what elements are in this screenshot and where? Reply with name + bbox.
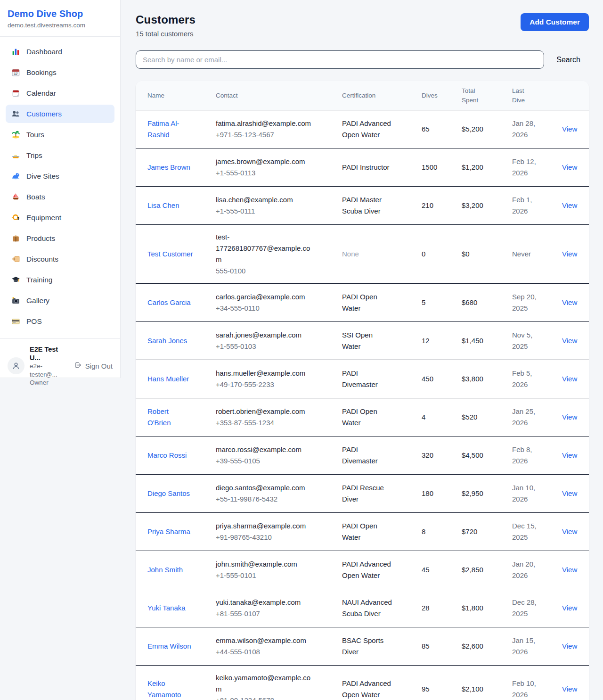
total-spent-cell: $2,100 — [450, 684, 500, 695]
customer-name-link[interactable]: James Brown — [147, 162, 190, 173]
dives-cell: 28 — [410, 602, 450, 614]
customer-name-link[interactable]: Marco Rossi — [147, 450, 187, 461]
customer-phone: +81-555-0107 — [216, 608, 322, 619]
sidebar-item-dive-sites[interactable]: Dive Sites — [6, 167, 114, 185]
search-button[interactable]: Search — [556, 56, 580, 64]
table-row: Sarah Jones sarah.jones@example.com +1-5… — [136, 322, 589, 360]
sign-out-icon — [74, 361, 82, 371]
sidebar-item-customers[interactable]: Customers — [6, 105, 114, 123]
island-icon — [11, 130, 20, 139]
view-link[interactable]: View — [562, 413, 577, 421]
search-input[interactable] — [136, 50, 544, 69]
view-link[interactable]: View — [562, 685, 577, 693]
customer-name-link[interactable]: Diego Santos — [147, 488, 190, 499]
table-row: Hans Mueller hans.mueller@example.com +4… — [136, 360, 589, 398]
view-link[interactable]: View — [562, 489, 577, 497]
column-header-total-spent: Total Spent — [450, 86, 500, 105]
view-link[interactable]: View — [562, 527, 577, 535]
view-link[interactable]: View — [562, 604, 577, 612]
svg-text:17: 17 — [14, 72, 17, 76]
view-link[interactable]: View — [562, 451, 577, 459]
name-cell: Emma Wilson — [136, 641, 204, 652]
column-header-name: Name — [136, 91, 204, 100]
certification-cell: PADI Open Water — [330, 291, 401, 314]
sidebar-item-discounts[interactable]: Discounts — [6, 250, 114, 268]
customer-name-link[interactable]: Priya Sharma — [147, 526, 190, 537]
customer-phone: +34-555-0110 — [216, 303, 322, 314]
sidebar-item-training[interactable]: Training — [6, 271, 114, 289]
customer-name-link[interactable]: Sarah Jones — [147, 335, 187, 346]
customer-name-link[interactable]: Robert O'Brien — [147, 406, 193, 428]
sidebar-item-bookings[interactable]: 17 Bookings — [6, 63, 114, 82]
user-name: E2E Test U... — [30, 345, 69, 362]
view-link[interactable]: View — [562, 298, 577, 306]
customer-name-link[interactable]: John Smith — [147, 564, 183, 576]
action-cell: View — [550, 564, 589, 576]
sidebar-item-trips[interactable]: Trips — [6, 146, 114, 165]
view-link[interactable]: View — [562, 201, 577, 209]
customer-name-link[interactable]: Emma Wilson — [147, 641, 191, 652]
sidebar-item-boats[interactable]: Boats — [6, 188, 114, 206]
customer-name-link[interactable]: Keiko Yamamoto — [147, 678, 193, 700]
calendar-pad-icon — [11, 89, 20, 98]
column-header-dives: Dives — [410, 91, 450, 100]
view-link[interactable]: View — [562, 337, 577, 345]
customer-phone: +1-555-0113 — [216, 167, 322, 179]
dives-cell: 180 — [410, 488, 450, 499]
total-spent-cell: $680 — [450, 297, 500, 308]
view-link[interactable]: View — [562, 250, 577, 258]
name-cell: Priya Sharma — [136, 526, 204, 537]
user-info: E2E Test U... e2e-tester@... Owner — [30, 345, 69, 387]
customer-email: john.smith@example.com — [216, 559, 313, 570]
action-cell: View — [550, 684, 589, 695]
last-dive-cell: Jan 15, 2026 — [500, 635, 550, 658]
main-content: Customers 15 total customers Add Custome… — [121, 0, 603, 700]
action-cell: View — [550, 373, 589, 385]
credit-card-icon — [11, 317, 20, 326]
customer-name-link[interactable]: Test Customer — [147, 248, 193, 260]
dives-cell: 95 — [410, 684, 450, 695]
action-cell: View — [550, 526, 589, 537]
contact-cell: marco.rossi@example.com +39-555-0105 — [204, 444, 330, 467]
view-link[interactable]: View — [562, 375, 577, 383]
table-row: Test Customer test-1772681807767@example… — [136, 225, 589, 284]
sidebar-item-pos[interactable]: POS — [6, 312, 114, 330]
shop-name: Demo Dive Shop — [8, 8, 113, 19]
customer-phone: +353-87-555-1234 — [216, 417, 322, 428]
sidebar-item-label: Trips — [26, 151, 42, 160]
dives-cell: 210 — [410, 200, 450, 211]
sidebar-item-products[interactable]: Products — [6, 229, 114, 247]
add-customer-button[interactable]: Add Customer — [521, 13, 589, 31]
view-link[interactable]: View — [562, 163, 577, 171]
user-role: Owner — [30, 379, 69, 387]
sidebar-item-label: Tours — [26, 131, 44, 139]
total-spent-cell: $1,200 — [450, 162, 500, 173]
customer-email: diego.santos@example.com — [216, 482, 313, 494]
view-link[interactable]: View — [562, 642, 577, 650]
customer-email: james.brown@example.com — [216, 156, 313, 167]
sign-out-label: Sign Out — [85, 362, 113, 370]
sign-out-button[interactable]: Sign Out — [74, 361, 113, 371]
sidebar-item-dashboard[interactable]: Dashboard — [6, 42, 114, 61]
sidebar-item-equipment[interactable]: Equipment — [6, 208, 114, 227]
sidebar-item-tours[interactable]: Tours — [6, 125, 114, 144]
sidebar-item-gallery[interactable]: Gallery — [6, 291, 114, 310]
view-link[interactable]: View — [562, 566, 577, 574]
customer-name-link[interactable]: Yuki Tanaka — [147, 602, 186, 614]
customer-email: emma.wilson@example.com — [216, 635, 313, 646]
customer-name-link[interactable]: Lisa Chen — [147, 200, 179, 211]
customers-table: Name Contact Certification Dives Total S… — [136, 81, 589, 700]
dives-cell: 1500 — [410, 162, 450, 173]
view-link[interactable]: View — [562, 125, 577, 133]
sidebar-item-calendar[interactable]: Calendar — [6, 84, 114, 102]
sidebar-item-label: Calendar — [26, 89, 56, 98]
customer-name-link[interactable]: Fatima Al-Rashid — [147, 118, 193, 140]
certification-cell: PADI Divemaster — [330, 444, 401, 467]
customer-name-link[interactable]: Carlos Garcia — [147, 297, 191, 308]
customer-name-link[interactable]: Hans Mueller — [147, 373, 189, 385]
customer-email: carlos.garcia@example.com — [216, 291, 313, 303]
name-cell: Test Customer — [136, 248, 204, 260]
contact-cell: test-1772681807767@example.com 555-0100 — [204, 231, 330, 277]
certification-cell: BSAC Sports Diver — [330, 635, 401, 658]
certification-cell: PADI Rescue Diver — [330, 482, 401, 505]
